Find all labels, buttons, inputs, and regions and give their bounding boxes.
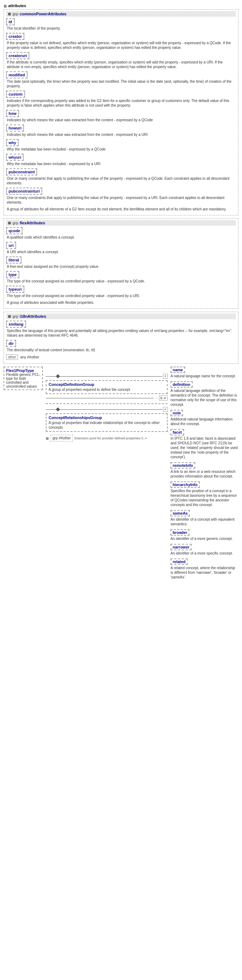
property-qcode: qcode A qualified code which identifies … (6, 227, 236, 240)
concept-rel-group-box: ConceptRelationshipsGroup A group of pro… (46, 413, 168, 432)
property-pubconstrainturi: pubconstrainturi One or many constraints… (6, 188, 236, 205)
property-howuri-name: howuri (6, 124, 24, 132)
grp-flex-name: flexAttributes (20, 221, 45, 225)
property-creatoruri-desc: If the attribute is currently empty, spe… (6, 60, 236, 69)
concept-def-group-desc: A group of properties required to define… (49, 387, 165, 392)
property-pubconstraint-desc: One or many constraints that apply to pu… (6, 176, 236, 185)
property-literal-name: literal (6, 256, 21, 264)
right-prop-hierarchyinfo-desc: Specifies the position of a concept in a… (170, 488, 239, 507)
right-prop-narrower-label: narrower (170, 544, 192, 550)
right-properties-group: name A natural language name for the con… (170, 367, 239, 581)
common-power-attributes-group: ▦ grp commonPowerAttributes id The local… (3, 9, 239, 215)
property-howuri: howuri Indicates by which means the valu… (6, 124, 236, 137)
grp-common-name: commonPowerAttributes (20, 12, 66, 16)
other-bottom-container: ▦ grp ##other Extension point for provid… (46, 435, 168, 442)
property-common-trailing: A group of attributes for all elements o… (6, 207, 236, 212)
property-how-desc: Indicates by which means the value was e… (6, 118, 236, 123)
property-xmllang-desc: Specifies the language of this property … (6, 328, 236, 338)
connector-row-3: + (46, 407, 168, 412)
grp-other-box: grp ##other (50, 435, 73, 442)
grp-i18n-label: grp (13, 315, 18, 318)
grp-other-icon: ▦ (46, 436, 49, 440)
page-container: ▦ attributes ▦ grp commonPowerAttributes… (0, 0, 242, 584)
flex1proptype-box: Flex1PropType Flexible generic PCL-type … (3, 367, 43, 390)
right-prop-name-desc: A natural language name for the concept. (170, 374, 239, 379)
diamond-2 (56, 407, 60, 411)
property-flex-trailing: A group of attributes associated with fl… (6, 300, 236, 305)
right-prop-narrower-desc: An identifier of a more specific concept… (170, 551, 239, 555)
property-literal: literal A free-text value assigned as th… (6, 256, 236, 269)
property-modified-desc: The date (and optionally, the time) when… (6, 79, 236, 88)
property-other: other any ##other (6, 355, 236, 360)
flex-attributes-group: ▦ grp flexAttributes qcode A qualified c… (3, 218, 239, 309)
grp-other-multiplicity: Extension point for provider-defined pro… (74, 436, 147, 440)
right-property-name: name A natural language name for the con… (170, 367, 239, 379)
grp-other-bottom-row: ▦ grp ##other Extension point for provid… (46, 435, 168, 442)
right-prop-remoteinfo-label: remoteInfo (170, 462, 195, 469)
property-other-value: any ##other (20, 355, 39, 359)
right-property-note: note Additional natural language informa… (170, 410, 239, 426)
right-prop-facet-desc: In IPTC 1.8 and later, facet is deprecat… (170, 436, 239, 459)
right-prop-definition-desc: A natural language definition of the sem… (170, 388, 239, 407)
concept-rel-group-name: ConceptRelationshipsGroup (49, 415, 165, 420)
property-xmllang: xmllang Specifies the language of this p… (6, 321, 236, 338)
property-typeuri-desc: The type of the concept assigned as cont… (6, 293, 236, 298)
property-modified: modified The date (and optionally, the t… (6, 71, 236, 88)
multiplicity-1: + (163, 374, 168, 379)
grp-i18n-name: i18nAttributes (20, 314, 46, 318)
property-custom: custom Indicates if the corresponding pr… (6, 91, 236, 108)
right-prop-hierarchyinfo-label: hierarchyInfo (170, 482, 200, 488)
property-whyuri: whyuri Why the metadata has been include… (6, 154, 236, 166)
property-typeuri-name: typeuri (6, 286, 24, 293)
property-custom-desc: Indicates if the corresponding property … (6, 99, 236, 108)
connector-row-2: → 0..∞ (46, 396, 168, 401)
attributes-title: attributes (8, 3, 26, 8)
h-line-1 (46, 376, 56, 377)
property-custom-name: custom (6, 91, 25, 98)
right-prop-note-desc: Additional natural language information … (170, 417, 239, 426)
property-flex-trailing-desc: A group of attributes associated with fl… (6, 300, 236, 305)
flex1proptype-desc: Flexible generic PCL-type for both contr… (6, 373, 40, 388)
property-dir-name: dir (6, 340, 16, 347)
property-id: id The local identifier of the property. (6, 18, 236, 31)
property-uri-name: uri (6, 242, 16, 249)
property-whyuri-name: whyuri (6, 154, 24, 161)
grp-flex-icon: ▦ (8, 221, 11, 225)
right-prop-sameas-desc: An identifier of a concept with equivale… (170, 517, 239, 527)
property-qcode-name: qcode (6, 227, 22, 234)
property-id-name: id (6, 18, 14, 25)
right-prop-related-label: related (170, 558, 188, 565)
right-property-hierarchyinfo: hierarchyInfo Specifies the position of … (170, 482, 239, 507)
property-creatoruri-name: creatoruri (6, 52, 29, 59)
property-typeuri: typeuri The type of the concept assigned… (6, 286, 236, 298)
property-dir-desc: The directionality of textual content (e… (6, 348, 236, 352)
h-line-5 (59, 409, 162, 410)
h-line-2 (59, 376, 162, 377)
right-property-broader: broader An identifier of a more generic … (170, 529, 239, 541)
right-property-definition: definition A natural language definition… (170, 381, 239, 407)
property-pubconstrainturi-desc: One or many constraints that apply to pu… (6, 196, 236, 205)
grp-flex-label: grp (13, 221, 18, 225)
property-how: how Indicates by which means the value w… (6, 110, 236, 123)
property-literal-desc: A free-text value assigned as the (conce… (6, 264, 236, 269)
bottom-row: Flex1PropType Flexible generic PCL-type … (3, 367, 239, 581)
right-property-narrower: narrower An identifier of a more specifi… (170, 544, 239, 555)
right-property-facet: facet In IPTC 1.8 and later, facet is de… (170, 429, 239, 459)
right-prop-definition-label: definition (170, 381, 193, 388)
property-howuri-desc: Indicates by which means the value was e… (6, 132, 236, 137)
property-creator: creator If the property value is not def… (6, 33, 236, 50)
right-prop-note-label: note (170, 410, 183, 416)
concept-rel-group-desc: A group of properties that indicate rela… (49, 420, 165, 430)
column-middle: + ConceptDefinitionGroup A group of prop… (46, 367, 168, 581)
column-right: name A natural language name for the con… (170, 367, 239, 581)
column-left: Flex1PropType Flexible generic PCL-type … (3, 367, 43, 581)
property-whyuri-desc: Why the metadata has been included - exp… (6, 162, 236, 166)
grp-common-icon: ▦ (8, 12, 11, 16)
property-why-name: why (6, 139, 19, 146)
right-prop-name-label: name (170, 367, 185, 373)
property-pubconstraint: pubconstraint One or many constraints th… (6, 168, 236, 185)
right-prop-sameas-label: sameAs (170, 510, 190, 516)
multiplicity-3: + (163, 407, 168, 412)
property-xmllang-name: xmllang (6, 321, 26, 328)
multiplicity-2-label: 0..∞ (159, 396, 168, 401)
